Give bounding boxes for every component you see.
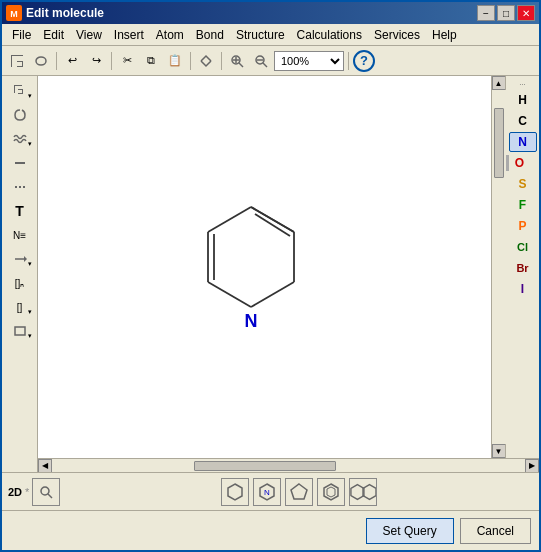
- bottom-left: 2D *: [8, 478, 60, 506]
- svg-text:M: M: [10, 9, 18, 19]
- svg-rect-3: [11, 55, 12, 67]
- dashed-bond-tool[interactable]: [6, 176, 34, 198]
- scroll-track-v[interactable]: [492, 90, 506, 444]
- element-N[interactable]: N: [509, 132, 537, 152]
- bracket-tool[interactable]: []▾: [6, 296, 34, 318]
- left-toolbar: ▾ ▾ T N≡ ▾ []ₙ []▾: [2, 76, 38, 472]
- menu-item-file[interactable]: File: [6, 26, 37, 44]
- svg-text:N: N: [264, 488, 270, 497]
- svg-rect-15: [14, 85, 22, 86]
- right-toolbar: ··· H C N O S F P Cl Br I: [505, 76, 539, 458]
- maximize-button[interactable]: □: [497, 5, 515, 21]
- redo-btn[interactable]: ↪: [85, 50, 107, 72]
- menu-item-atom[interactable]: Atom: [150, 26, 190, 44]
- menu-item-bond[interactable]: Bond: [190, 26, 230, 44]
- app-icon: M: [6, 5, 22, 21]
- menu-bar: FileEditViewInsertAtomBondStructureCalcu…: [2, 24, 539, 46]
- menu-item-services[interactable]: Services: [368, 26, 426, 44]
- scroll-thumb-v[interactable]: [494, 108, 504, 179]
- element-F[interactable]: F: [509, 195, 537, 215]
- menu-item-help[interactable]: Help: [426, 26, 463, 44]
- shape-naphthalene[interactable]: [349, 478, 377, 506]
- element-O[interactable]: O: [506, 153, 534, 173]
- svg-line-36: [48, 494, 52, 498]
- help-btn[interactable]: ?: [353, 50, 375, 72]
- text-tool[interactable]: T: [6, 200, 34, 222]
- menu-item-structure[interactable]: Structure: [230, 26, 291, 44]
- bracket-n-tool[interactable]: []ₙ: [6, 272, 34, 294]
- minimize-button[interactable]: −: [477, 5, 495, 21]
- lasso-tool-btn[interactable]: [30, 50, 52, 72]
- svg-marker-44: [363, 484, 376, 499]
- paste-btn[interactable]: 📋: [164, 50, 186, 72]
- bottom-toolbar: 2D * N: [2, 472, 539, 510]
- shape-benzene[interactable]: [317, 478, 345, 506]
- zoom-select[interactable]: 100% 50% 75% 150% 200%: [274, 51, 344, 71]
- copy-btn[interactable]: ⧉: [140, 50, 162, 72]
- svg-marker-37: [228, 484, 242, 500]
- element-Br[interactable]: Br: [509, 258, 537, 278]
- toolbar-sep-3: [190, 52, 191, 70]
- svg-rect-19: [18, 93, 23, 94]
- select-tool[interactable]: ▾: [6, 80, 34, 102]
- element-dots: ···: [519, 80, 526, 89]
- svg-line-13: [263, 63, 267, 67]
- element-C[interactable]: C: [509, 111, 537, 131]
- shape-cyclohexane[interactable]: [221, 478, 249, 506]
- bond-tool[interactable]: [6, 152, 34, 174]
- element-S[interactable]: S: [509, 174, 537, 194]
- vertical-scrollbar: ▲ ▼: [491, 76, 505, 458]
- svg-marker-42: [327, 487, 335, 497]
- molecule-canvas[interactable]: N: [38, 76, 491, 458]
- svg-line-27: [251, 282, 294, 307]
- zoom-in-btn[interactable]: [226, 50, 248, 72]
- molecule-svg: N: [181, 187, 321, 347]
- svg-point-7: [36, 57, 46, 65]
- shape-n-ring[interactable]: N: [253, 478, 281, 506]
- element-H[interactable]: H: [509, 90, 537, 110]
- element-I[interactable]: I: [509, 279, 537, 299]
- zoom-out-btn[interactable]: [250, 50, 272, 72]
- svg-marker-43: [351, 484, 364, 499]
- toolbar: ↩ ↪ ✂ ⧉ 📋 100% 50% 75% 150% 200% ?: [2, 46, 539, 76]
- cancel-button[interactable]: Cancel: [460, 518, 531, 544]
- svg-line-33: [208, 207, 251, 232]
- toolbar-sep-4: [221, 52, 222, 70]
- arrow-tool[interactable]: ▾: [6, 248, 34, 270]
- element-P[interactable]: P: [509, 216, 537, 236]
- horizontal-scrollbar: ◀ ▶: [38, 458, 539, 472]
- undo-btn[interactable]: ↩: [61, 50, 83, 72]
- svg-marker-23: [24, 256, 27, 262]
- menu-item-calculations[interactable]: Calculations: [291, 26, 368, 44]
- window-title: Edit molecule: [26, 6, 104, 20]
- select-tool-btn[interactable]: [6, 50, 28, 72]
- flip-btn[interactable]: [195, 50, 217, 72]
- svg-rect-6: [17, 66, 23, 67]
- set-query-button[interactable]: Set Query: [366, 518, 454, 544]
- close-button[interactable]: ✕: [517, 5, 535, 21]
- svg-marker-40: [291, 484, 307, 499]
- scroll-track-h[interactable]: [52, 459, 525, 473]
- scroll-thumb-h[interactable]: [194, 461, 336, 471]
- wavy-tool[interactable]: ▾: [6, 128, 34, 150]
- shape-cyclopentane[interactable]: [285, 478, 313, 506]
- footer: Set Query Cancel: [2, 510, 539, 550]
- scroll-up-btn[interactable]: ▲: [492, 76, 506, 90]
- svg-rect-16: [14, 85, 15, 93]
- window-controls: − □ ✕: [477, 5, 535, 21]
- menu-item-view[interactable]: View: [70, 26, 108, 44]
- menu-item-edit[interactable]: Edit: [37, 26, 70, 44]
- search-mol-btn[interactable]: [32, 478, 60, 506]
- lasso-tool[interactable]: [6, 104, 34, 126]
- menu-item-insert[interactable]: Insert: [108, 26, 150, 44]
- rect-tool[interactable]: ▾: [6, 320, 34, 342]
- scroll-right-btn[interactable]: ▶: [525, 459, 539, 473]
- scroll-down-btn[interactable]: ▼: [492, 444, 506, 458]
- main-window: M Edit molecule − □ ✕ FileEditViewInsert…: [0, 0, 541, 552]
- ntext-tool[interactable]: N≡: [6, 224, 34, 246]
- scroll-left-btn[interactable]: ◀: [38, 459, 52, 473]
- cut-btn[interactable]: ✂: [116, 50, 138, 72]
- svg-rect-24: [15, 327, 25, 335]
- element-Cl[interactable]: Cl: [509, 237, 537, 257]
- title-bar: M Edit molecule − □ ✕: [2, 2, 539, 24]
